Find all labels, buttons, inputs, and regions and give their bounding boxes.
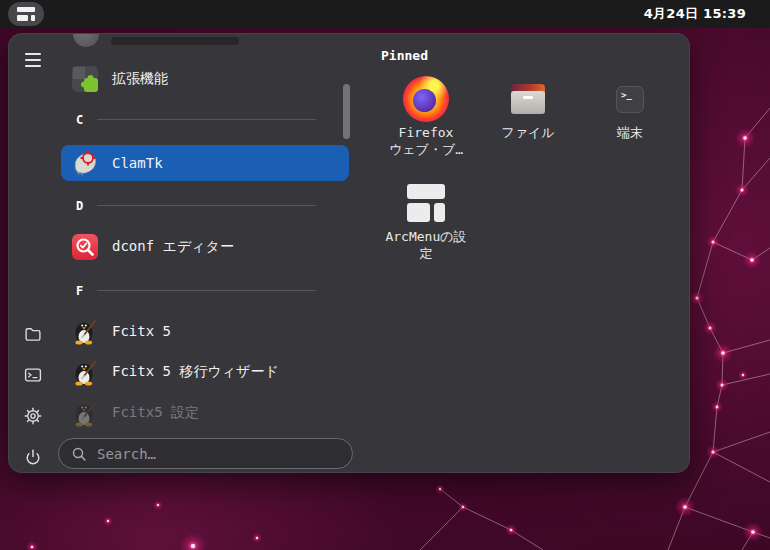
firefox-icon <box>403 76 449 122</box>
app-label: ClamTk <box>112 155 163 171</box>
section-header-d: D <box>76 199 83 213</box>
arcmenu-layout-icon <box>17 7 35 21</box>
hamburger-icon <box>25 53 41 66</box>
sidebar-item-power[interactable] <box>21 445 45 469</box>
app-label: Fcitx 5 移行ウィザード <box>112 363 279 381</box>
app-label: Fcitx5 設定 <box>112 404 199 422</box>
power-icon <box>24 448 42 466</box>
app-row-fcitx5[interactable]: Fcitx 5 <box>61 313 349 349</box>
pinned-label: ウェブ・ブ… <box>389 141 463 158</box>
pinned-label: ファイル <box>501 124 554 141</box>
pinned-label: 定 <box>420 245 433 262</box>
pinned-item-terminal[interactable]: >_ 端末 <box>579 72 681 160</box>
app-row-dconf-editor[interactable]: dconf エディター <box>61 229 349 265</box>
files-folder-icon <box>511 84 545 114</box>
terminal-icon: >_ <box>616 86 644 113</box>
fcitx-tux-icon <box>71 317 99 345</box>
app-label: Fcitx 5 <box>112 323 171 339</box>
section-divider <box>97 205 316 206</box>
dconf-editor-icon <box>71 233 99 261</box>
pinned-item-files[interactable]: ファイル <box>477 72 579 160</box>
sidebar-item-settings[interactable] <box>21 404 45 428</box>
app-row-clamtk[interactable]: ClamTk <box>61 145 349 181</box>
extensions-icon <box>71 65 99 93</box>
arcmenu-button[interactable] <box>8 2 44 26</box>
pinned-label: ArcMenuの設 <box>385 228 466 245</box>
sidebar-item-files[interactable] <box>21 322 45 346</box>
pinned-item-arcmenu-settings[interactable]: ArcMenuの設 定 <box>375 176 477 264</box>
pinned-label: Firefox <box>399 124 454 141</box>
fcitx-tux-icon <box>71 358 99 386</box>
partial-app-label <box>111 37 239 45</box>
section-divider <box>97 290 316 291</box>
gear-icon <box>24 407 42 425</box>
top-bar: 4月24日 15:39 <box>0 0 770 28</box>
menu-toggle-button[interactable] <box>21 48 45 72</box>
app-label: 拡張機能 <box>112 70 168 88</box>
arcmenu-settings-icon <box>407 184 445 222</box>
section-header-c: C <box>76 113 83 127</box>
sidebar-item-terminal[interactable] <box>21 363 45 387</box>
pinned-item-firefox[interactable]: Firefox ウェブ・ブ… <box>375 72 477 160</box>
clamtk-icon <box>71 149 99 177</box>
app-row-fcitx5-config[interactable]: Fcitx5 設定 <box>61 395 349 431</box>
partial-app-icon <box>73 33 99 47</box>
pinned-label: 端末 <box>617 124 643 141</box>
terminal-icon <box>24 366 42 384</box>
search-icon <box>71 446 87 462</box>
section-header-f: F <box>76 284 83 298</box>
search-box <box>58 438 353 469</box>
fcitx-tux-icon <box>71 399 99 427</box>
pinned-header: Pinned <box>381 48 428 63</box>
section-divider <box>97 119 316 120</box>
app-row-extensions[interactable]: 拡張機能 <box>61 61 349 97</box>
folder-icon <box>24 325 42 343</box>
pinned-grid: Firefox ウェブ・ブ… ファイル >_ 端末 ArcMenuの設 <box>375 72 681 264</box>
app-row-fcitx5-wizard[interactable]: Fcitx 5 移行ウィザード <box>61 354 349 390</box>
search-input[interactable] <box>95 445 340 463</box>
clock[interactable]: 4月24日 15:39 <box>644 0 746 28</box>
app-label: dconf エディター <box>112 238 234 256</box>
app-list-scrollbar[interactable] <box>343 84 350 139</box>
arcmenu-panel: 拡張機能 C ClamTk D dconf エディター <box>8 33 690 473</box>
